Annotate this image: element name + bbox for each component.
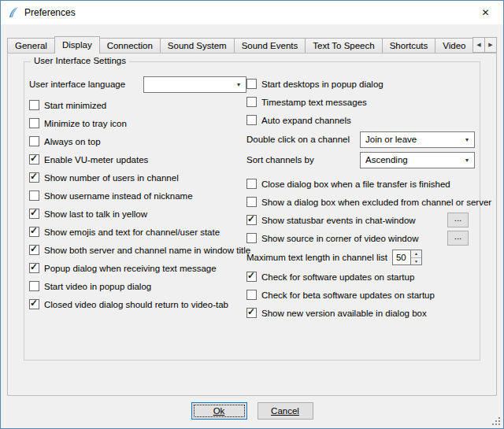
checkbox-label[interactable]: Show last to talk in yellow [44, 209, 147, 219]
tab-scroll-right-button[interactable]: ▶ [484, 37, 497, 53]
checkbox-label[interactable]: Auto expand channels [261, 116, 351, 125]
chevron-down-icon: ▾ [232, 81, 246, 88]
user-interface-language-row: User interface language ▾ [29, 75, 246, 94]
max-text-length-row: Maximum text length in channel list 50 ▲… [246, 247, 475, 268]
tab-sound-system[interactable]: Sound System [160, 38, 235, 53]
tab-text-to-speech[interactable]: Text To Speech [305, 38, 382, 53]
checkbox-label[interactable]: Show a dialog box when excluded from cha… [261, 198, 491, 207]
checkbox[interactable] [29, 299, 39, 309]
checkbox-label[interactable]: Check for software updates on startup [261, 272, 414, 282]
checkbox[interactable] [29, 136, 39, 146]
checkbox-label[interactable]: Show both server and channel name in win… [44, 246, 250, 255]
language-select[interactable]: ▾ [143, 76, 246, 93]
checkbox-label[interactable]: Show new version available in dialog box [261, 309, 427, 318]
spin-down-icon[interactable]: ▼ [411, 257, 421, 265]
checkbox[interactable] [29, 209, 39, 219]
checkbox[interactable] [246, 197, 257, 207]
checkbox-label[interactable]: Minimize to tray icon [44, 119, 127, 128]
tab-video[interactable]: Video [435, 38, 473, 53]
cancel-button[interactable]: Cancel [258, 402, 313, 420]
sort-channels-value: Ascending [365, 155, 460, 165]
checkbox[interactable] [246, 233, 257, 243]
checkbox-label[interactable]: Always on top [44, 137, 101, 146]
checkbox[interactable] [246, 115, 257, 125]
checkbox[interactable] [246, 97, 257, 107]
checkbox-always-on-top: Always on top [29, 132, 246, 150]
statusbar-events-options-button[interactable]: ... [447, 213, 469, 227]
checkbox[interactable] [29, 154, 39, 165]
checkbox-label[interactable]: Timestamp text messages [261, 98, 367, 107]
checkbox-label[interactable]: Show emojis and text for channel/user st… [44, 227, 220, 237]
checkbox-closed-video-return-to-video-tab: Closed video dialog should return to vid… [29, 295, 246, 313]
ok-button[interactable]: Ok [191, 402, 247, 420]
checkbox-label[interactable]: Check for beta software updates on start… [261, 290, 435, 300]
checkbox[interactable] [29, 245, 39, 255]
checkbox-label[interactable]: Show username instead of nickname [44, 191, 193, 201]
scroll-right-icon: ▶ [488, 42, 492, 48]
checkbox-label[interactable]: Show number of users in channel [44, 173, 179, 183]
right-column: Start desktops in popup dialog Timestamp… [246, 75, 475, 322]
checkbox[interactable] [29, 100, 39, 110]
checkbox[interactable] [246, 290, 257, 300]
double-click-label: Double click on a channel [246, 135, 350, 144]
checkbox[interactable] [246, 215, 257, 225]
language-label: User interface language [29, 80, 125, 89]
checkbox-check-for-software-updates: Check for software updates on startup [246, 268, 475, 286]
checkbox[interactable] [29, 118, 39, 128]
checkbox-label[interactable]: Close dialog box when a file transfer is… [261, 179, 450, 189]
tab-display[interactable]: Display [54, 36, 100, 54]
checkbox-label[interactable]: Start desktops in popup dialog [261, 80, 384, 89]
checkbox-show-dialog-when-excluded: Show a dialog box when excluded from cha… [246, 193, 475, 211]
tabbar: General Display Connection Sound System … [7, 35, 497, 54]
checkbox[interactable] [246, 308, 257, 318]
checkbox-label[interactable]: Closed video dialog should return to vid… [44, 300, 228, 309]
tab-general[interactable]: General [7, 38, 55, 53]
checkbox[interactable] [246, 272, 257, 282]
checkbox-label[interactable]: Start minimized [44, 101, 106, 110]
tab-sound-events[interactable]: Sound Events [234, 38, 306, 53]
tab-connection[interactable]: Connection [99, 38, 161, 53]
checkbox-label[interactable]: Popup dialog when receiving text message [44, 264, 217, 273]
app-icon [7, 6, 20, 19]
checkbox-show-statusbar-events-in-chat-window: Show statusbar events in chat-window ... [246, 211, 475, 229]
spin-up-icon[interactable]: ▲ [411, 250, 421, 257]
checkbox[interactable] [246, 79, 257, 89]
checkbox[interactable] [29, 190, 39, 201]
checkbox-show-last-to-talk-in-yellow: Show last to talk in yellow [29, 205, 246, 223]
chevron-down-icon: ▾ [460, 136, 474, 143]
checkbox-start-video-in-popup-dialog: Start video in popup dialog [29, 277, 246, 295]
max-text-length-value: 50 [392, 250, 410, 265]
checkbox-enable-vu-meter-updates: Enable VU-meter updates [29, 150, 246, 168]
sort-channels-label: Sort channels by [246, 155, 314, 165]
double-click-select[interactable]: Join or leave ▾ [360, 131, 475, 148]
sort-channels-select[interactable]: Ascending ▾ [360, 152, 475, 168]
checkbox[interactable] [29, 172, 39, 183]
tab-shortcuts[interactable]: Shortcuts [382, 38, 436, 53]
checkbox-auto-expand-channels: Auto expand channels [246, 111, 475, 129]
checkbox-label[interactable]: Show statusbar events in chat-window [261, 216, 416, 225]
tab-scroll-left-button[interactable]: ◀ [472, 37, 485, 53]
checkbox-label[interactable]: Show source in corner of video window [261, 234, 418, 243]
checkbox-show-server-and-channel-in-title: Show both server and channel name in win… [29, 241, 246, 259]
left-column: User interface language ▾ Start minimize… [29, 75, 246, 322]
checkbox-start-desktops-in-popup-dialog: Start desktops in popup dialog [246, 75, 475, 93]
checkbox[interactable] [29, 281, 39, 291]
checkbox-label[interactable]: Start video in popup dialog [44, 282, 151, 291]
checkbox-label[interactable]: Enable VU-meter updates [44, 155, 148, 165]
checkbox-timestamp-text-messages: Timestamp text messages [246, 93, 475, 111]
preferences-dialog: Preferences ✕ General Display Connection… [0, 0, 504, 429]
double-click-value: Join or leave [365, 135, 460, 144]
checkbox-start-minimized: Start minimized [29, 96, 246, 114]
resize-grip[interactable] [498, 423, 500, 425]
chevron-down-icon: ▾ [460, 157, 474, 164]
video-source-options-button[interactable]: ... [447, 231, 469, 246]
checkbox-show-source-in-corner-of-video-window: Show source in corner of video window ..… [246, 229, 475, 247]
double-click-on-channel-row: Double click on a channel Join or leave … [246, 129, 475, 150]
checkbox[interactable] [29, 227, 39, 237]
checkbox-show-emojis-and-text: Show emojis and text for channel/user st… [29, 223, 246, 241]
display-tab-page: User Interface Settings User interface l… [7, 53, 497, 396]
checkbox[interactable] [29, 263, 39, 273]
max-text-length-spinner[interactable]: 50 ▲ ▼ [392, 250, 422, 265]
close-button[interactable]: ✕ [468, 1, 503, 24]
checkbox[interactable] [246, 179, 257, 189]
